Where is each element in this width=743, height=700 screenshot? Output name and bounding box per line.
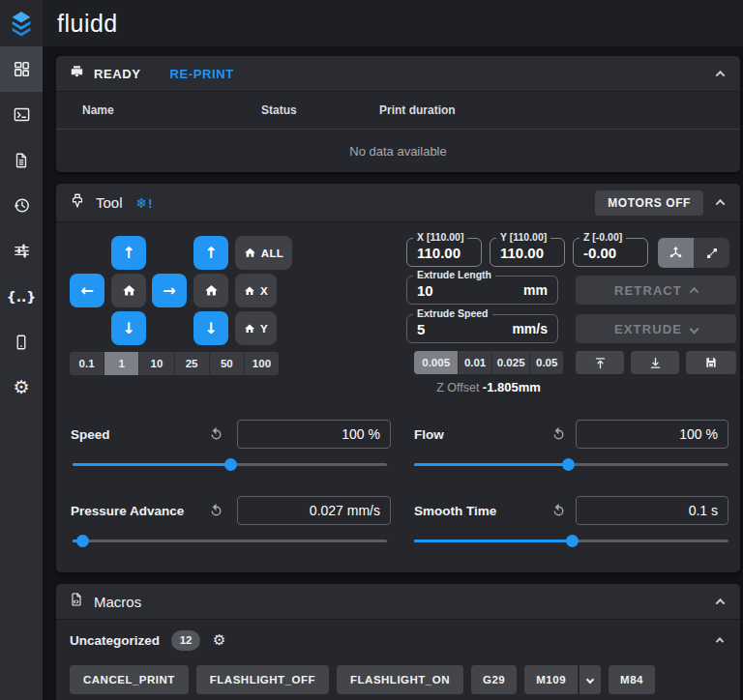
home-x-button[interactable]: X — [235, 274, 277, 307]
macro-m109-dropdown-button[interactable] — [580, 665, 601, 694]
position-z-value: -0.00 — [583, 239, 616, 266]
macro-m109-button[interactable]: M109 — [524, 665, 578, 694]
home-y-label: Y — [260, 323, 268, 335]
flow-reset-button[interactable] — [550, 425, 567, 443]
macro-m84-button[interactable]: M84 — [609, 665, 655, 694]
z-step-0.005-selected[interactable]: 0.005 — [414, 351, 458, 374]
nozzle-icon — [69, 192, 86, 214]
speed-value-input[interactable]: 100 % — [237, 420, 391, 449]
flow-value-input[interactable]: 100 % — [576, 420, 728, 449]
top-bar: fluidd — [0, 0, 743, 46]
table-empty-row: No data available — [56, 130, 740, 172]
home-z-button[interactable] — [193, 274, 228, 307]
jog-y-minus-button[interactable]: ↓ — [111, 311, 146, 345]
slider-thumb[interactable] — [562, 458, 575, 471]
jog-y-plus-button[interactable]: ↑ — [111, 236, 146, 270]
position-z-field[interactable]: Z [-0.00] -0.00 — [573, 238, 648, 267]
position-mode-toggle — [658, 238, 729, 268]
sidebar-item-configure[interactable]: {..} — [0, 274, 43, 319]
retract-button[interactable]: RETRACT — [576, 276, 736, 305]
sidebar-item-dashboard[interactable] — [0, 46, 43, 92]
slider-thumb[interactable] — [76, 535, 89, 547]
home-icon — [244, 323, 255, 335]
speed-slider[interactable] — [73, 458, 387, 471]
tool-collapse-button[interactable] — [713, 195, 728, 210]
z-step-0.025[interactable]: 0.025 — [492, 351, 530, 374]
position-y-field[interactable]: Y [110.00] 110.00 — [490, 238, 565, 267]
home-xy-button[interactable] — [111, 274, 146, 307]
tool-panel-body: ↑ ↑ ALL ← → X ↓ ↓ — [56, 222, 740, 572]
jog-z-plus-button[interactable]: ↑ — [193, 236, 228, 270]
main-content: READY RE-PRINT Name Status Print duratio… — [43, 46, 743, 700]
extrude-button[interactable]: EXTRUDE — [576, 314, 736, 343]
move-step-25[interactable]: 25 — [175, 352, 209, 375]
extrude-speed-field[interactable]: Extrude Speed 5 mm/s — [406, 314, 558, 343]
pressure-advance-slider[interactable] — [73, 535, 387, 547]
macro-flashlight-on-button[interactable]: FLASHLIGHT_ON — [337, 665, 463, 694]
extrude-length-field[interactable]: Extrude Length 10 mm — [406, 276, 558, 305]
flow-slider[interactable] — [414, 458, 728, 471]
home-x-label: X — [260, 285, 268, 297]
fluidd-app: fluidd — [0, 0, 743, 700]
sidebar-item-jobs[interactable] — [0, 137, 43, 183]
extrude-speed-value: 5 — [417, 315, 425, 342]
slider-thumb[interactable] — [566, 535, 579, 547]
z-offset-save-button[interactable] — [686, 351, 736, 374]
z-step-0.05[interactable]: 0.05 — [530, 351, 563, 374]
relative-position-toggle[interactable] — [694, 238, 729, 268]
snowflake-icon: ❄ — [136, 195, 148, 211]
absolute-position-toggle[interactable] — [658, 238, 694, 268]
status-collapse-button[interactable] — [713, 67, 728, 81]
category-collapse-button[interactable] — [713, 633, 727, 647]
category-label: Uncategorized — [70, 633, 160, 648]
reset-icon — [208, 426, 224, 443]
column-header-status[interactable]: Status — [261, 103, 379, 117]
macro-cancel-print-button[interactable]: CANCEL_PRINT — [70, 665, 189, 694]
sidebar-item-console[interactable] — [0, 92, 43, 137]
layers-logo-icon — [9, 11, 34, 37]
column-header-name[interactable]: Name — [82, 103, 261, 117]
speed-reset-button[interactable] — [207, 425, 224, 443]
smooth-time-slider[interactable] — [414, 535, 728, 547]
app-title: fluidd — [57, 10, 118, 38]
fluidd-logo[interactable] — [0, 0, 43, 46]
slider-fill — [73, 463, 230, 466]
sidebar-item-tune[interactable] — [0, 228, 43, 274]
tool-panel-header: Tool ❄! MOTORS OFF — [56, 184, 740, 222]
sidebar-item-settings[interactable]: ⚙ — [0, 365, 43, 410]
z-offset-readout: Z Offset -1.805mm — [395, 380, 582, 394]
macros-collapse-button[interactable] — [713, 595, 728, 609]
pressure-advance-reset-button[interactable] — [207, 502, 224, 519]
jog-z-minus-button[interactable]: ↓ — [193, 311, 228, 345]
home-all-button[interactable]: ALL — [235, 236, 292, 270]
z-offset-down-button[interactable] — [631, 351, 679, 374]
sidebar-item-history[interactable] — [0, 183, 43, 228]
z-step-0.01[interactable]: 0.01 — [459, 351, 491, 374]
macro-g29-button[interactable]: G29 — [471, 665, 517, 694]
reset-icon — [550, 426, 567, 443]
macro-file-icon — [69, 592, 84, 611]
smooth-time-input[interactable]: 0.1 s — [576, 496, 728, 525]
jog-x-plus-button[interactable]: → — [152, 274, 187, 307]
arrow-collapse-up-icon — [593, 356, 608, 370]
move-step-10[interactable]: 10 — [139, 352, 173, 375]
position-x-field[interactable]: X [110.00] 110.00 — [406, 238, 482, 267]
pressure-advance-input[interactable]: 0.027 mm/s — [237, 496, 391, 525]
position-x-value: 110.00 — [417, 239, 461, 266]
z-offset-up-button[interactable] — [576, 351, 624, 374]
reprint-button[interactable]: RE-PRINT — [170, 67, 234, 81]
jog-x-minus-button[interactable]: ← — [70, 274, 104, 307]
move-step-50[interactable]: 50 — [210, 352, 244, 375]
sidebar-item-system[interactable] — [0, 319, 43, 365]
macro-flashlight-off-button[interactable]: FLASHLIGHT_OFF — [196, 665, 329, 694]
move-step-1-selected[interactable]: 1 — [104, 352, 138, 375]
smooth-time-reset-button[interactable] — [550, 502, 567, 519]
category-settings-gear-icon[interactable]: ⚙ — [213, 633, 225, 648]
chevron-up-icon — [716, 637, 724, 645]
motors-off-button[interactable]: MOTORS OFF — [595, 190, 703, 216]
column-header-print-duration[interactable]: Print duration — [379, 103, 740, 117]
move-step-0.1[interactable]: 0.1 — [70, 352, 104, 375]
home-y-button[interactable]: Y — [235, 311, 277, 345]
slider-thumb[interactable] — [224, 458, 237, 471]
move-step-100[interactable]: 100 — [245, 352, 279, 375]
